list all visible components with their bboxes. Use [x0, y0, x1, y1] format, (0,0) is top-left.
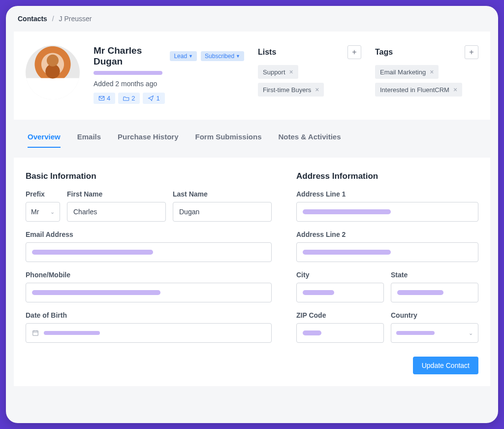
- redacted-value: [396, 331, 435, 335]
- stat-sends[interactable]: 1: [143, 93, 164, 104]
- lists-title: Lists: [258, 48, 276, 57]
- city-input[interactable]: [296, 283, 384, 302]
- avatar: [26, 45, 80, 99]
- envelope-icon: [98, 95, 105, 101]
- update-contact-button[interactable]: Update Contact: [413, 357, 478, 374]
- remove-tag-icon[interactable]: ×: [453, 86, 457, 94]
- added-date-text: Added 2 months ago: [94, 80, 244, 88]
- caret-down-icon: ▼: [189, 54, 193, 59]
- chevron-down-icon: ⌄: [50, 209, 55, 215]
- contact-header: Mr Charles Dugan Lead ▼ Subscribed ▼ Add…: [14, 32, 490, 120]
- tab-emails[interactable]: Emails: [77, 132, 101, 148]
- redacted-value: [32, 250, 153, 255]
- address-info-title: Address Information: [296, 171, 478, 181]
- redacted-value: [32, 290, 160, 295]
- breadcrumb-current: J Preusser: [59, 15, 92, 23]
- remove-list-icon[interactable]: ×: [289, 68, 293, 76]
- calendar-icon: [32, 330, 39, 336]
- add-list-button[interactable]: +: [347, 45, 361, 59]
- prefix-select[interactable]: Mr ⌄: [26, 202, 60, 222]
- first-name-input[interactable]: [67, 202, 166, 222]
- redacted-value: [397, 290, 443, 295]
- breadcrumb-root[interactable]: Contacts: [18, 15, 47, 23]
- stat-sends-count: 1: [156, 95, 159, 102]
- tags-title: Tags: [375, 48, 393, 57]
- chevron-down-icon: ⌄: [469, 330, 473, 336]
- list-chip-label: First-time Buyers: [263, 86, 311, 94]
- lists-column: Lists + Support × First-time Buyers ×: [258, 45, 361, 104]
- country-select[interactable]: ⌄: [391, 323, 478, 343]
- redacted-value: [303, 330, 321, 335]
- tab-form-submissions[interactable]: Form Submissions: [195, 132, 261, 148]
- list-chip: Support ×: [258, 65, 298, 79]
- dob-input[interactable]: [26, 323, 272, 343]
- email-input[interactable]: [26, 242, 272, 262]
- first-name-label: First Name: [67, 190, 166, 198]
- stat-chips: 4 2 1: [94, 93, 244, 104]
- state-input[interactable]: [391, 283, 478, 302]
- tag-chip-label: Email Marketing: [380, 68, 426, 76]
- prefix-value: Mr: [31, 208, 39, 216]
- tag-chip: Email Marketing ×: [375, 65, 439, 79]
- dob-label: Date of Birth: [26, 311, 272, 319]
- phone-label: Phone/Mobile: [26, 271, 272, 279]
- redacted-value: [303, 209, 391, 214]
- address2-label: Address Line 2: [296, 231, 478, 238]
- svg-rect-1: [33, 331, 38, 336]
- contact-name: Mr Charles Dugan: [94, 45, 166, 67]
- stat-emails-count: 4: [107, 95, 110, 102]
- address1-label: Address Line 1: [296, 190, 478, 198]
- contact-type-label: Lead: [174, 53, 187, 60]
- add-tag-button[interactable]: +: [465, 45, 478, 59]
- list-chip-label: Support: [263, 68, 285, 76]
- breadcrumb-separator: /: [52, 15, 54, 23]
- folder-icon: [123, 95, 129, 101]
- basic-info-column: Basic Information Prefix Mr ⌄ First Name: [26, 171, 272, 352]
- tag-chip: Interested in FluentCRM ×: [375, 83, 462, 97]
- address-info-column: Address Information Address Line 1 Addre…: [296, 171, 478, 352]
- basic-info-title: Basic Information: [26, 171, 272, 181]
- zip-label: ZIP Code: [296, 311, 384, 319]
- redacted-value: [303, 290, 334, 295]
- list-chip: First-time Buyers ×: [258, 83, 324, 97]
- city-label: City: [296, 271, 384, 279]
- contact-type-badge[interactable]: Lead ▼: [170, 51, 197, 61]
- stat-folders[interactable]: 2: [118, 93, 140, 104]
- tab-purchase-history[interactable]: Purchase History: [118, 132, 178, 148]
- prefix-label: Prefix: [26, 190, 60, 198]
- zip-input[interactable]: [296, 323, 384, 343]
- profile-main: Mr Charles Dugan Lead ▼ Subscribed ▼ Add…: [94, 45, 244, 104]
- country-label: Country: [391, 311, 478, 319]
- tab-notes-activities[interactable]: Notes & Activities: [279, 132, 341, 148]
- profile-redacted-line: [94, 71, 162, 75]
- send-icon: [148, 95, 154, 101]
- contact-status-badge[interactable]: Subscribed ▼: [201, 51, 244, 61]
- email-label: Email Address: [26, 231, 272, 238]
- app-window: Contacts / J Preusser Mr Charles Dugan L…: [6, 6, 498, 423]
- tab-overview[interactable]: Overview: [28, 132, 61, 148]
- breadcrumb: Contacts / J Preusser: [6, 6, 498, 32]
- redacted-value: [44, 331, 100, 335]
- overview-form: Basic Information Prefix Mr ⌄ First Name: [14, 158, 490, 386]
- stat-emails[interactable]: 4: [94, 93, 115, 104]
- caret-down-icon: ▼: [236, 54, 240, 59]
- last-name-input[interactable]: [173, 202, 272, 222]
- tag-chip-label: Interested in FluentCRM: [380, 86, 449, 94]
- address2-input[interactable]: [296, 242, 478, 262]
- redacted-value: [303, 250, 391, 255]
- last-name-label: Last Name: [173, 190, 272, 198]
- phone-input[interactable]: [26, 283, 272, 302]
- stat-folders-count: 2: [131, 95, 135, 102]
- tabs: Overview Emails Purchase History Form Su…: [14, 120, 490, 148]
- contact-status-label: Subscribed: [205, 53, 234, 60]
- remove-list-icon[interactable]: ×: [315, 86, 319, 94]
- remove-tag-icon[interactable]: ×: [430, 68, 434, 76]
- address1-input[interactable]: [296, 202, 478, 222]
- tags-column: Tags + Email Marketing × Interested in F…: [375, 45, 478, 104]
- state-label: State: [391, 271, 478, 279]
